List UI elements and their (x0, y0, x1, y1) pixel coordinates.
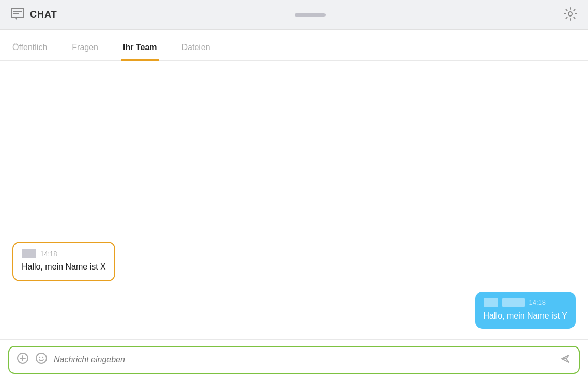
message-row: 14:18 Hallo, mein Name ist Y (12, 292, 576, 329)
svg-point-9 (39, 357, 40, 358)
header-left: CHAT (10, 7, 57, 23)
add-icon[interactable] (17, 352, 29, 368)
tab-dateien[interactable]: Dateien (180, 43, 212, 61)
message-text-right: Hallo, mein Name ist Y (484, 310, 567, 322)
svg-marker-3 (14, 18, 17, 20)
message-bubble-left: 14:18 Hallo, mein Name ist X (12, 242, 115, 281)
message-time-left: 14:18 (40, 250, 57, 258)
svg-point-4 (568, 12, 572, 16)
chat-icon (10, 7, 25, 23)
message-row: 14:18 Hallo, mein Name ist X (12, 242, 576, 281)
message-text-left: Hallo, mein Name ist X (22, 261, 106, 273)
app-title: CHAT (30, 9, 57, 20)
message-input[interactable] (54, 355, 553, 365)
emoji-icon[interactable] (35, 352, 48, 368)
message-meta-right: 14:18 (484, 298, 567, 307)
send-icon[interactable] (559, 353, 571, 368)
message-meta-left: 14:18 (22, 249, 106, 258)
message-bubble-right: 14:18 Hallo, mein Name ist Y (475, 292, 576, 329)
app-header: CHAT (0, 0, 588, 30)
tabs-bar: Öffentlich Fragen Ihr Team Dateien (0, 30, 588, 61)
settings-icon[interactable] (563, 7, 578, 23)
message-time-right: 14:18 (529, 298, 546, 306)
tab-oeffentlich[interactable]: Öffentlich (10, 43, 49, 61)
input-area (0, 339, 588, 380)
drag-handle[interactable] (295, 13, 326, 17)
svg-point-8 (36, 353, 47, 363)
tab-fragen[interactable]: Fragen (70, 43, 100, 61)
avatar-left (22, 249, 36, 258)
input-box (8, 346, 580, 374)
avatar-right (484, 298, 498, 307)
chat-area: 14:18 Hallo, mein Name ist X 14:18 Hallo… (0, 61, 588, 339)
svg-rect-0 (11, 8, 24, 18)
svg-point-10 (42, 357, 43, 358)
tab-ihr-team[interactable]: Ihr Team (121, 43, 159, 61)
avatar-name-right (502, 298, 525, 307)
